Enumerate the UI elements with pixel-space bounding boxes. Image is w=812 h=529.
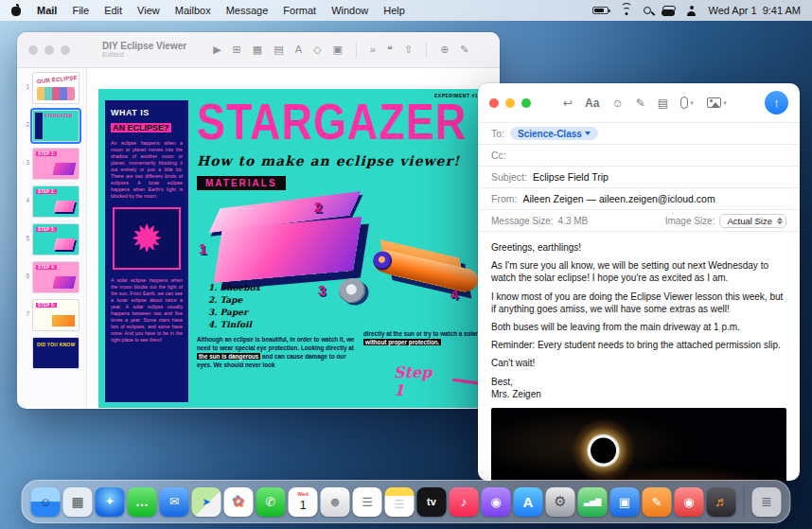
menu-edit[interactable]: Edit	[104, 5, 122, 16]
dock-contacts[interactable]: ☻	[321, 487, 350, 517]
share-button[interactable]: ⇧	[404, 44, 413, 56]
eclipse-photo-attachment[interactable]	[491, 408, 786, 481]
undo-icon[interactable]: ↩	[563, 97, 573, 109]
materials-item: 1. Shoebox	[208, 282, 260, 294]
page-thumbnail-1[interactable]: OUR ECLIPSE	[32, 72, 79, 104]
dock-app-store[interactable]: A	[514, 487, 543, 517]
table-button[interactable]: ▦	[253, 44, 262, 56]
attach-button[interactable]: ⊕	[440, 44, 449, 56]
page-thumbnail-6[interactable]: STEP 4:	[32, 261, 79, 293]
dock-notes[interactable]: ☰	[385, 487, 415, 517]
insert-photo-button[interactable]: ▼	[707, 97, 728, 108]
material-number-2: 2	[314, 199, 322, 215]
dock-safari[interactable]: ✦	[96, 487, 125, 517]
control-center-icon[interactable]	[662, 6, 675, 16]
thumbnail-row: 3 STEP 1:	[19, 148, 82, 180]
dock: ☺ ▦ ✦ … ✉ ➤ ✿ ✆ Wed 1 ☻ ☰ ☰ tv ♪ ◉ A ⚙ ▃…	[22, 480, 791, 523]
send-button[interactable]: ↑	[765, 91, 788, 115]
menu-view[interactable]: View	[137, 5, 160, 16]
dock-photo-booth[interactable]: ◉	[675, 487, 704, 517]
close-button[interactable]	[489, 98, 499, 108]
battery-icon[interactable]	[592, 7, 609, 14]
thumbnail-row: 1 OUR ECLIPSE	[19, 72, 82, 104]
dock-garageband[interactable]: ♬	[707, 487, 736, 517]
comment-button[interactable]: ❝	[387, 44, 393, 56]
template-icon[interactable]: ▤	[658, 97, 668, 109]
page-thumbnail-5[interactable]: STEP 3:	[32, 223, 79, 256]
page-thumbnail-3[interactable]: STEP 1:	[32, 148, 79, 180]
menu-clock[interactable]: Wed Apr 1 9:41 AM	[708, 5, 801, 16]
safety-caption-right: directly at the sun or try to watch a so…	[363, 329, 488, 346]
dock-keynote[interactable]: ▣	[610, 487, 640, 517]
play-button[interactable]: ▶	[213, 44, 221, 56]
text-button[interactable]: A	[295, 44, 302, 56]
menu-format[interactable]: Format	[283, 5, 316, 16]
more-tools-button[interactable]: »	[370, 44, 376, 56]
dock-system-settings[interactable]: ⚙	[546, 487, 575, 517]
minimize-button[interactable]	[44, 45, 54, 55]
page-thumbnail-2-selected[interactable]: STARGAZER	[32, 110, 79, 142]
user-switch-icon[interactable]	[686, 6, 697, 16]
dock-reminders[interactable]: ☰	[353, 487, 382, 517]
subject-label: Subject:	[491, 171, 527, 183]
cc-field[interactable]: Cc:	[478, 145, 800, 167]
apple-menu-icon[interactable]	[11, 5, 22, 16]
attach-file-button[interactable]: ▼	[680, 97, 695, 109]
dock-mail[interactable]: ✉	[160, 487, 189, 517]
spotlight-search-icon[interactable]	[644, 7, 651, 14]
zoom-button[interactable]	[521, 98, 531, 108]
menu-help[interactable]: Help	[383, 5, 405, 16]
message-body[interactable]: Greetings, earthlings! As I'm sure you a…	[478, 232, 800, 406]
dock-tv[interactable]: tv	[417, 487, 447, 517]
page-thumbnail-7[interactable]: STEP 5:	[32, 299, 79, 331]
menu-file[interactable]: File	[72, 5, 89, 16]
page-thumbnail-4[interactable]: STEP 2:	[32, 185, 79, 218]
dock-calendar[interactable]: Wed 1	[289, 487, 318, 517]
dock-finder[interactable]: ☺	[31, 487, 61, 517]
dock-maps[interactable]: ➤	[192, 487, 221, 517]
insert-button[interactable]: ⊞	[233, 44, 241, 56]
menu-app-name[interactable]: Mail	[37, 5, 57, 16]
chart-button[interactable]: ▤	[274, 44, 283, 56]
paperclip-icon	[680, 97, 688, 109]
pages-window[interactable]: DIY Eclipse Viewer Edited ▶ ⊞ ▦ ▤ A ◇ ▣ …	[17, 32, 500, 409]
dock-trash[interactable]: ≣	[752, 487, 782, 517]
an-eclipse-heading: AN ECLIPSE?	[111, 123, 171, 132]
emoji-icon[interactable]: ☺	[611, 97, 623, 109]
body-paragraph: As I'm sure you all know, we will be set…	[491, 259, 786, 284]
page-thumbnail-8[interactable]: DID YOU KNOW	[32, 337, 79, 369]
image-size-label: Image Size:	[665, 216, 715, 226]
zoom-button[interactable]	[61, 45, 70, 55]
media-button[interactable]: ▣	[332, 44, 342, 56]
dock-numbers[interactable]: ▃▅▇	[578, 487, 608, 517]
dock-facetime[interactable]: ✆	[256, 487, 286, 517]
markup-pen-icon[interactable]: ✎	[636, 97, 645, 109]
dock-music[interactable]: ♪	[450, 487, 479, 517]
pages-titlebar[interactable]: DIY Eclipse Viewer Edited ▶ ⊞ ▦ ▤ A ◇ ▣ …	[17, 32, 500, 68]
dock-photos[interactable]: ✿	[224, 487, 254, 517]
minimize-button[interactable]	[505, 98, 515, 108]
close-button[interactable]	[28, 45, 38, 55]
mail-compose-window[interactable]: ↩ Aa ☺ ✎ ▤ ▼ ▼ ↑ To: Science-Class Cc: S…	[478, 83, 800, 481]
format-text-button[interactable]: Aa	[585, 97, 599, 109]
to-field[interactable]: To: Science-Class	[478, 123, 800, 145]
menu-mailbox[interactable]: Mailbox	[175, 5, 211, 16]
stargazer-poster: EXPERIMENT #11 WHAT IS AN ECLIPSE? An ec…	[98, 89, 488, 408]
dock-podcasts[interactable]: ◉	[482, 487, 511, 517]
subject-field[interactable]: Subject: Eclipse Field Trip	[478, 167, 800, 188]
image-size-dropdown[interactable]: Actual Size	[719, 214, 786, 228]
dock-messages[interactable]: …	[128, 487, 157, 517]
format-button[interactable]: ✎	[460, 44, 468, 56]
dock-launchpad[interactable]: ▦	[63, 487, 93, 517]
menu-message[interactable]: Message	[226, 5, 269, 16]
from-field[interactable]: From: Aileen Zeigen — aileen.zeigen@iclo…	[478, 188, 800, 210]
menu-window[interactable]: Window	[331, 5, 368, 16]
document-canvas[interactable]: EXPERIMENT #11 WHAT IS AN ECLIPSE? An ec…	[87, 68, 500, 408]
pages-traffic-lights	[28, 45, 70, 55]
recipient-token[interactable]: Science-Class	[510, 127, 598, 140]
dock-pages[interactable]: ✎	[643, 487, 672, 517]
wifi-icon[interactable]	[620, 6, 632, 15]
shape-button[interactable]: ◇	[313, 44, 321, 56]
document-title: DIY Eclipse Viewer	[102, 41, 186, 51]
thumb-number: 6	[19, 261, 29, 279]
